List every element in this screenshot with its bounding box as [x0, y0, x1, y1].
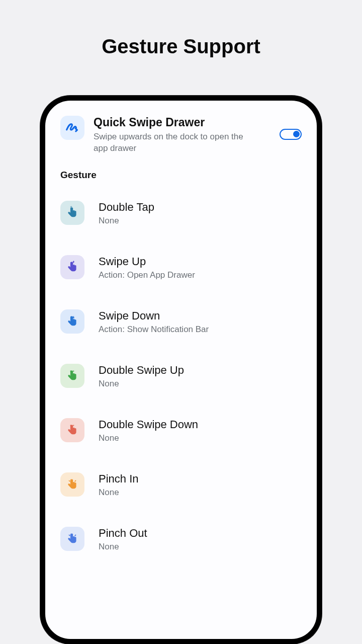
svg-point-0	[70, 206, 72, 208]
gesture-subtitle: Action: Show Notification Bar	[99, 325, 302, 335]
gesture-row[interactable]: Double Swipe DownNone	[60, 418, 302, 443]
gesture-row[interactable]: Pinch InNone	[60, 472, 302, 498]
quick-swipe-title: Quick Swipe Drawer	[94, 116, 270, 129]
gesture-subtitle: None	[99, 488, 302, 498]
gesture-row[interactable]: Pinch OutNone	[60, 527, 302, 552]
gesture-icon	[60, 309, 84, 334]
gesture-row[interactable]: Double Swipe UpNone	[60, 364, 302, 389]
quick-swipe-subtitle: Swipe upwards on the dock to open the ap…	[94, 131, 244, 154]
gesture-row[interactable]: Swipe DownAction: Show Notification Bar	[60, 309, 302, 335]
gesture-title: Double Swipe Up	[99, 364, 302, 377]
gesture-icon	[60, 472, 84, 497]
gesture-title: Swipe Down	[99, 309, 302, 323]
gesture-subtitle: None	[99, 379, 302, 389]
gesture-section-label: Gesture	[60, 170, 302, 181]
gesture-subtitle: None	[99, 216, 302, 226]
quick-swipe-drawer-row[interactable]: Quick Swipe Drawer Swipe upwards on the …	[60, 116, 302, 154]
phone-frame: Quick Swipe Drawer Swipe upwards on the …	[40, 96, 322, 644]
gesture-icon	[60, 418, 84, 442]
gesture-icon	[60, 364, 84, 388]
gesture-icon	[60, 255, 84, 279]
gesture-title: Double Tap	[99, 201, 302, 214]
gesture-title: Swipe Up	[99, 255, 302, 268]
gesture-subtitle: Action: Open App Drawer	[99, 270, 302, 280]
gesture-title: Pinch Out	[99, 527, 302, 540]
gesture-icon	[60, 201, 84, 225]
gesture-subtitle: None	[99, 433, 302, 443]
gesture-title: Double Swipe Down	[99, 418, 302, 431]
gesture-title: Pinch In	[99, 472, 302, 486]
gesture-row[interactable]: Swipe UpAction: Open App Drawer	[60, 255, 302, 280]
page-title: Gesture Support	[0, 35, 362, 58]
gesture-subtitle: None	[99, 542, 302, 552]
gesture-row[interactable]: Double TapNone	[60, 201, 302, 226]
quick-swipe-toggle[interactable]	[280, 129, 302, 140]
gesture-icon	[60, 527, 84, 551]
squiggle-icon	[60, 116, 84, 140]
